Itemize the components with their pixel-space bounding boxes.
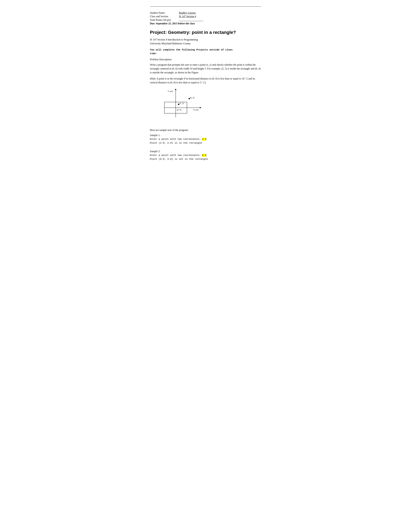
sample1-input: 2 2 [202, 138, 206, 141]
course-info-line2: University Maryland Baltimore County [150, 42, 261, 45]
course-info-line1: IS 147 Section 4 Introduction to Program… [150, 38, 261, 41]
project-title: Project: Geometry: point in a rectangle? [150, 30, 261, 35]
sample2-code: Enter a point with two coordinates: 6 4 … [150, 153, 261, 161]
sample1-label: Sample 1: [150, 134, 261, 137]
diagram-svg: Y axis X axis (0, 0) (2, 2) (6, 4) [155, 88, 206, 124]
origin-label: (0, 0) [177, 108, 181, 111]
sample2-line2: Point (6.0, 4.0) is not in the rectangle [150, 158, 208, 161]
svg-marker-3 [200, 107, 201, 108]
class-section-value: IS 147 Section 4 [179, 15, 196, 18]
due-line: Due: September 25, 2013 before the class [150, 22, 261, 25]
sample2-label: Sample 2: [150, 150, 261, 153]
student-name-row: Student Name: Bradley Carrion [150, 11, 261, 14]
y-axis-label: Y axis [168, 90, 173, 92]
total-points-row: Total Points (30 pts) __________________… [150, 19, 261, 21]
problem-paragraph: Write a program that prompts the user to… [150, 63, 261, 75]
point-2-2-label: (2, 2) [179, 102, 184, 104]
student-name-label: Student Name: [150, 11, 179, 14]
point-6-4-label: (6, 4) [190, 96, 194, 99]
hint-paragraph: (Hint: A point is in the rectangle if it… [150, 77, 261, 85]
sample1-line2: Point (2.0, 2.0) is in the rectangle [150, 142, 202, 144]
svg-marker-1 [175, 89, 177, 90]
point-6-4-dot [188, 98, 190, 99]
problem-desc-label: Problem Description: [150, 58, 261, 61]
header-section: Student Name: Bradley Carrion Class and … [150, 11, 261, 25]
sample-runs-label: Here are sample runs of the program: [150, 129, 261, 132]
point-2-2-dot [178, 104, 179, 105]
top-divider [150, 6, 261, 7]
coordinate-diagram: Y axis X axis (0, 0) (2, 2) (6, 4) [155, 88, 206, 124]
sample2-input: 6 4 [202, 154, 206, 157]
total-points-blank: ___________________ [179, 19, 208, 21]
class-section-label: Class and Section [150, 15, 179, 18]
sample2-line1: Enter a point with two coordinates: [150, 154, 202, 157]
sample1-code: Enter a point with two coordinates: 2 2 … [150, 137, 261, 145]
total-points-label: Total Points (30 pts) [150, 19, 179, 21]
bold-instruction: You will complete the following Projects… [150, 48, 261, 56]
sample1-line1: Enter a point with two coordinates: [150, 138, 202, 141]
x-axis-label: X axis [193, 108, 199, 111]
class-section-row: Class and Section IS 147 Section 4 [150, 15, 261, 18]
student-name-value: Bradley Carrion [179, 11, 196, 14]
